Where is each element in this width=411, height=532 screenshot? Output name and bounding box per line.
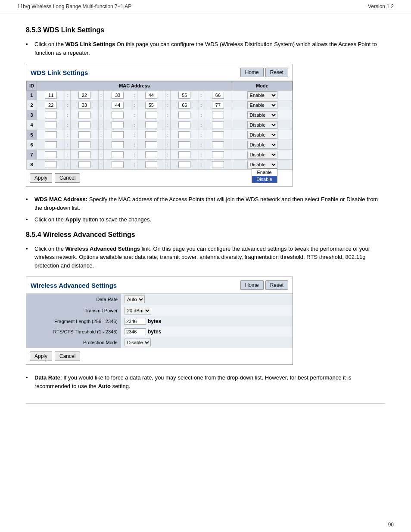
mac-octet-input[interactable] (112, 131, 124, 138)
mac-octet-input[interactable] (78, 151, 90, 158)
adv-input[interactable] (125, 328, 146, 335)
mode-select[interactable]: EnableDisable (247, 141, 277, 149)
mac-octet-input[interactable] (78, 131, 90, 138)
mac-octet-input[interactable] (212, 121, 224, 128)
adv-input[interactable] (125, 318, 146, 325)
mac-separator: : (199, 120, 204, 130)
mac-octet-input[interactable] (45, 161, 57, 168)
wds-table-row: 3:::::EnableDisable (27, 110, 293, 120)
mac-octet-input[interactable] (145, 131, 157, 138)
mode-select[interactable]: EnableDisable (247, 91, 277, 99)
section-854-bullets: Click on the Wireless Advanced Settings … (26, 245, 385, 270)
mac-octet-input[interactable] (212, 112, 224, 118)
mac-separator: : (165, 110, 171, 120)
mac-separator: : (99, 90, 104, 100)
mac-octet-input[interactable] (178, 121, 190, 128)
mac-separator: : (65, 150, 70, 160)
mac-octet-input[interactable] (178, 131, 190, 138)
mac-octet-input[interactable] (78, 102, 90, 109)
mac-octet-cell (37, 120, 65, 130)
mac-separator: : (132, 160, 137, 170)
mac-separator: : (65, 140, 70, 150)
mode-select[interactable]: EnableDisable (247, 131, 277, 139)
mac-octet-cell (171, 110, 199, 120)
mac-octet-input[interactable] (212, 151, 224, 158)
mac-octet-input[interactable] (178, 112, 190, 118)
mac-separator: : (165, 100, 171, 110)
mac-octet-input[interactable] (212, 92, 224, 99)
mac-octet-input[interactable] (178, 92, 190, 99)
mac-octet-input[interactable] (178, 161, 190, 168)
mac-octet-input[interactable] (212, 102, 224, 109)
wds-reset-button[interactable]: Reset (265, 68, 288, 77)
mac-octet-cell (104, 140, 132, 150)
wds-table-row: 8:::::EnableDisableEnableDisable (27, 160, 293, 170)
adv-select[interactable]: Disable (125, 339, 151, 346)
mode-select[interactable]: EnableDisable (247, 101, 277, 109)
mac-octet-input[interactable] (45, 141, 57, 148)
mac-octet-cell (70, 100, 98, 110)
mac-octet-input[interactable] (145, 92, 157, 99)
mac-octet-input[interactable] (112, 112, 124, 118)
mac-octet-input[interactable] (212, 161, 224, 168)
adv-cancel-button[interactable]: Cancel (55, 352, 80, 361)
mode-select[interactable]: EnableDisable (247, 111, 277, 119)
mac-octet-input[interactable] (212, 141, 224, 148)
mac-separator: : (99, 140, 104, 150)
mac-octet-input[interactable] (178, 141, 190, 148)
adv-select[interactable]: Auto (125, 296, 145, 303)
adv-field-value: bytes (121, 327, 293, 337)
mode-select[interactable]: EnableDisable (247, 151, 277, 159)
mac-separator: : (165, 120, 171, 130)
mac-octet-cell (70, 120, 98, 130)
mac-octet-input[interactable] (112, 141, 124, 148)
page-content: 8.5.3 WDS Link Settings Click on the WDS… (0, 13, 411, 416)
wds-apply-button[interactable]: Apply (30, 173, 52, 183)
mac-octet-input[interactable] (78, 112, 90, 118)
mac-octet-input[interactable] (145, 161, 157, 168)
mac-separator: : (132, 90, 137, 100)
adv-apply-button[interactable]: Apply (30, 352, 52, 361)
mac-octet-input[interactable] (112, 102, 124, 109)
mac-octet-input[interactable] (78, 92, 90, 99)
wds-box-title: WDS Link Settings (31, 69, 88, 76)
mac-octet-input[interactable] (78, 121, 90, 128)
mac-octet-input[interactable] (145, 151, 157, 158)
mac-octet-cell (104, 150, 132, 160)
mac-octet-input[interactable] (145, 112, 157, 118)
mac-octet-input[interactable] (178, 151, 190, 158)
wds-cancel-button[interactable]: Cancel (55, 173, 80, 183)
mac-octet-input[interactable] (178, 102, 190, 109)
adv-select[interactable]: 20 dBm (125, 307, 151, 314)
adv-reset-button[interactable]: Reset (265, 280, 288, 290)
mac-octet-input[interactable] (145, 102, 157, 109)
wds-home-button[interactable]: Home (240, 68, 264, 77)
mac-octet-input[interactable] (112, 151, 124, 158)
mac-octet-input[interactable] (145, 121, 157, 128)
mac-octet-input[interactable] (45, 131, 57, 138)
mac-octet-input[interactable] (45, 102, 57, 109)
wds-row-id: 8 (27, 160, 37, 170)
mac-octet-input[interactable] (112, 92, 124, 99)
wds-table-row: 5:::::EnableDisable (27, 130, 293, 140)
col-mac: MAC Address (37, 81, 232, 90)
mode-cell: EnableDisable (232, 110, 293, 120)
mac-separator: : (65, 100, 70, 110)
mac-octet-input[interactable] (78, 141, 90, 148)
mac-octet-input[interactable] (212, 131, 224, 138)
mac-octet-input[interactable] (45, 121, 57, 128)
adv-home-button[interactable]: Home (240, 280, 264, 290)
mac-separator: : (99, 160, 104, 170)
mac-octet-input[interactable] (112, 161, 124, 168)
mac-separator: : (65, 160, 70, 170)
mac-octet-input[interactable] (45, 92, 57, 99)
mac-octet-input[interactable] (45, 112, 57, 118)
wds-row-id: 1 (27, 90, 37, 100)
mac-octet-input[interactable] (78, 161, 90, 168)
mac-octet-cell (204, 90, 232, 100)
mode-select[interactable]: EnableDisable (247, 121, 277, 129)
mac-octet-input[interactable] (112, 121, 124, 128)
mac-octet-input[interactable] (145, 141, 157, 148)
mac-octet-input[interactable] (45, 151, 57, 158)
mode-select[interactable]: EnableDisable (247, 161, 277, 168)
